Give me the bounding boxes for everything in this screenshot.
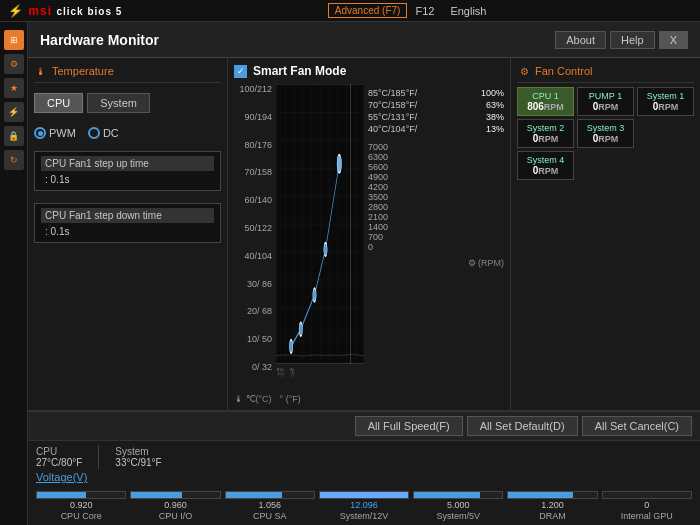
- fan-cell-sys4[interactable]: System 4 0RPM: [517, 151, 574, 180]
- fan-cell-empty: [637, 119, 694, 148]
- fan-cell-pump1[interactable]: PUMP 1 0RPM: [577, 87, 634, 116]
- temp-c-unit: 🌡 ℃(°C): [234, 394, 272, 404]
- smart-fan-checkbox[interactable]: ✓: [234, 65, 247, 78]
- voltage-link[interactable]: Voltage(V): [36, 471, 692, 483]
- close-button[interactable]: X: [659, 31, 688, 49]
- marker-4: 40°C/104°F/13%: [368, 124, 504, 134]
- fan-grid: CPU 1 806RPM PUMP 1 0RPM System 1 0RPM: [517, 87, 694, 180]
- dc-label: DC: [103, 127, 119, 139]
- marker-1: 85°C/185°F/100%: [368, 88, 504, 98]
- system-tab[interactable]: System: [87, 93, 150, 113]
- chart-container: 100/212 90/194 80/176 70/158 60/140 50/1…: [234, 84, 504, 392]
- chart-y-labels: 100/212 90/194 80/176 70/158 60/140 50/1…: [234, 84, 276, 392]
- sidebar-icon-1[interactable]: ⊞: [4, 30, 24, 50]
- window-buttons: About Help X: [555, 31, 688, 49]
- svg-point-5: [324, 243, 327, 257]
- step-up-title: CPU Fan1 step up time: [41, 156, 214, 171]
- voltage-bars: 0.920 CPU Core 0.960 CPU I/O 1.056 CPU S…: [36, 491, 692, 521]
- step-down-box: CPU Fan1 step down time : 0.1s: [34, 203, 221, 243]
- about-button[interactable]: About: [555, 31, 606, 49]
- temp-tabs: CPU System: [34, 93, 221, 113]
- voltage-section: 0.920 CPU Core 0.960 CPU I/O 1.056 CPU S…: [28, 487, 700, 525]
- smart-fan-header: ✓ Smart Fan Mode: [234, 64, 504, 78]
- cpu-tab[interactable]: CPU: [34, 93, 83, 113]
- chart-units: 🌡 ℃(°C) ° (°F): [234, 392, 504, 404]
- msi-logo: ⚡ msi click bios 5: [8, 4, 122, 18]
- temperature-header: 🌡 Temperature: [34, 64, 221, 83]
- step-down-title: CPU Fan1 step down time: [41, 208, 214, 223]
- fan-curve-chart[interactable]: ℃(°C) °(°F): [276, 84, 364, 392]
- voltage-bar-fill-3: [226, 492, 283, 498]
- smart-fan-label: Smart Fan Mode: [253, 64, 346, 78]
- svg-rect-1: [276, 84, 364, 363]
- voltage-12v: 12.096 System/12V: [319, 491, 409, 521]
- content-area: 🌡 Temperature CPU System PWM DC: [28, 58, 700, 525]
- voltage-bar-track-7: [602, 491, 692, 499]
- voltage-bar-fill: [37, 492, 86, 498]
- cpu-status: CPU 27°C/80°F: [36, 446, 82, 468]
- voltage-bar-track-2: [130, 491, 220, 499]
- fan-cell-sys3[interactable]: System 3 0RPM: [577, 119, 634, 148]
- window-header: Hardware Monitor About Help X: [28, 22, 700, 58]
- voltage-bar-track-5: [413, 491, 503, 499]
- voltage-bar-fill-6: [508, 492, 572, 498]
- voltage-bar-fill-2: [131, 492, 182, 498]
- voltage-dram: 1.200 DRAM: [507, 491, 597, 521]
- window-title: Hardware Monitor: [40, 32, 159, 48]
- temperature-label: Temperature: [52, 65, 114, 77]
- voltage-bar-track-3: [225, 491, 315, 499]
- voltage-bar-track: [36, 491, 126, 499]
- f12-label[interactable]: F12: [415, 5, 434, 17]
- pwm-radio[interactable]: PWM: [34, 127, 76, 139]
- step-up-box: CPU Fan1 step up time : 0.1s: [34, 151, 221, 191]
- svg-point-6: [337, 155, 341, 173]
- language-label[interactable]: English: [450, 5, 486, 17]
- dc-radio[interactable]: DC: [88, 127, 119, 139]
- full-speed-button[interactable]: All Full Speed(F): [355, 416, 463, 436]
- sidebar-icon-2[interactable]: ⚙: [4, 54, 24, 74]
- voltage-bar-track-4: [319, 491, 409, 499]
- sidebar-icon-4[interactable]: ⚡: [4, 102, 24, 122]
- pwm-radio-dot: [34, 127, 46, 139]
- set-cancel-button[interactable]: All Set Cancel(C): [582, 416, 692, 436]
- voltage-cpu-sa: 1.056 CPU SA: [225, 491, 315, 521]
- voltage-cpu-core: 0.920 CPU Core: [36, 491, 126, 521]
- rpm-unit: ⚙ (RPM): [368, 258, 504, 268]
- top-bar-left: ⚡ msi click bios 5: [8, 4, 122, 18]
- main-content: Hardware Monitor About Help X 🌡 Temperat…: [28, 22, 700, 525]
- help-button[interactable]: Help: [610, 31, 655, 49]
- voltage-5v: 5.000 System/5V: [413, 491, 503, 521]
- thermometer-icon: 🌡: [34, 64, 48, 78]
- status-row: CPU 27°C/80°F System 33°C/91°F: [36, 445, 692, 469]
- marker-3: 55°C/131°F/38%: [368, 112, 504, 122]
- sidebar-icon-5[interactable]: 🔒: [4, 126, 24, 146]
- advanced-mode-btn[interactable]: Advanced (F7): [328, 3, 408, 18]
- voltage-igpu: 0 Internal GPU: [602, 491, 692, 521]
- fan-cell-cpu1[interactable]: CPU 1 806RPM: [517, 87, 574, 116]
- step-down-value: : 0.1s: [41, 225, 214, 238]
- system-status-value: 33°C/91°F: [115, 457, 161, 468]
- step-up-value: : 0.1s: [41, 173, 214, 186]
- top-bar: ⚡ msi click bios 5 Advanced (F7) F12 Eng…: [0, 0, 700, 22]
- fan-cell-sys2[interactable]: System 2 0RPM: [517, 119, 574, 148]
- chart-panel: ✓ Smart Fan Mode 100/212 90/194 80/176 7…: [228, 58, 510, 410]
- voltage-bar-fill-4: [320, 492, 408, 498]
- sidebar-icon-3[interactable]: ★: [4, 78, 24, 98]
- temp-f-unit: ° (°F): [280, 394, 301, 404]
- chart-area: ℃(°C) °(°F): [276, 84, 364, 392]
- radio-group: PWM DC: [34, 127, 221, 139]
- set-default-button[interactable]: All Set Default(D): [467, 416, 578, 436]
- pwm-label: PWM: [49, 127, 76, 139]
- action-buttons: All Full Speed(F) All Set Default(D) All…: [28, 411, 700, 441]
- rpm-labels: 7000 6300 5600 4900 4200 3500 2800 2100 …: [368, 142, 504, 252]
- fan-control-header: ⚙ Fan Control: [517, 64, 694, 83]
- svg-text:℃(°C): ℃(°C): [277, 367, 284, 378]
- system-status-label: System: [115, 446, 161, 457]
- dc-radio-dot: [88, 127, 100, 139]
- status-bar: CPU 27°C/80°F System 33°C/91°F Voltage(V…: [28, 441, 700, 487]
- sidebar-icon-6[interactable]: ↻: [4, 150, 24, 170]
- temperature-panel: 🌡 Temperature CPU System PWM DC: [28, 58, 228, 410]
- fan-cell-sys1[interactable]: System 1 0RPM: [637, 87, 694, 116]
- svg-point-4: [313, 288, 316, 302]
- svg-point-2: [289, 340, 292, 354]
